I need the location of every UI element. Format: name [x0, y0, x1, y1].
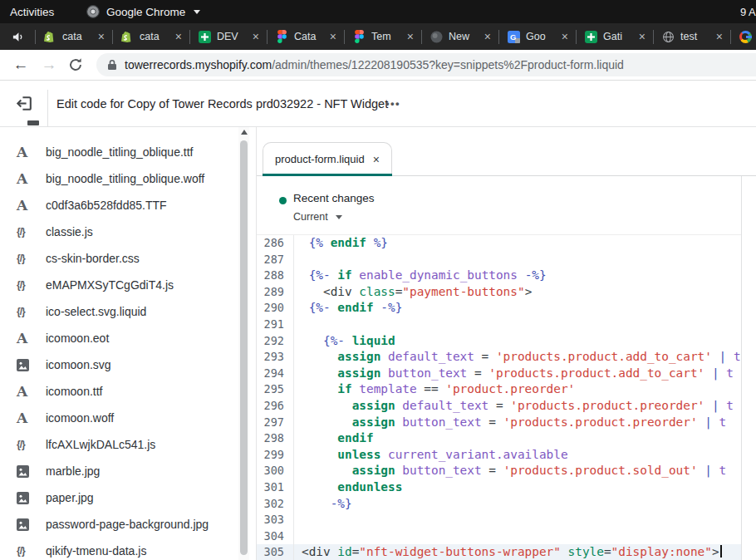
tab-close-icon[interactable]: × [253, 31, 259, 42]
file-item[interactable]: {/}qikify-tmenu-data.js [0, 538, 239, 560]
code-line[interactable]: 289 <div class="payment-buttons"> [257, 284, 741, 301]
browser-tab[interactable]: cata× [36, 23, 112, 50]
browser-tab[interactable]: Cata× [268, 23, 344, 50]
audio-indicator-tab[interactable] [0, 23, 35, 50]
image-file-icon [17, 359, 38, 371]
code-line[interactable]: 287 [257, 252, 741, 268]
code-line[interactable]: 294 assign button_text = 'products.produ… [257, 366, 741, 382]
version-label: Current [293, 211, 328, 223]
code-line[interactable]: 302 -%} [257, 496, 741, 513]
browser-tab[interactable]: test× [654, 23, 730, 50]
code-line[interactable]: 300 assign button_text = 'products.produ… [257, 463, 741, 479]
version-dropdown[interactable]: Current [293, 211, 342, 223]
exit-code-editor-button[interactable] [15, 94, 35, 114]
tab-close-icon[interactable]: × [330, 31, 336, 42]
code-line[interactable]: 304 [257, 528, 741, 545]
file-item[interactable]: Aicomoon.ttf [0, 378, 239, 405]
line-text: unless current_variant.available [293, 447, 741, 464]
scrollbar-thumb[interactable] [240, 140, 248, 555]
tab-close-icon[interactable]: × [175, 31, 182, 42]
file-name: icomoon.ttf [46, 385, 102, 398]
url-host: towerrecords.myshopify.com [125, 58, 272, 71]
code-line[interactable]: 296 assign default_text = 'products.prod… [257, 398, 741, 415]
code-line[interactable]: 286 {% endif %} [257, 235, 741, 252]
editor-file-tab[interactable]: product-form.liquid × [263, 142, 392, 175]
address-bar[interactable]: towerrecords.myshopify.com/admin/themes/… [96, 53, 756, 76]
code-line[interactable]: 305<div id="nft-widget-buttons-wrapper" … [257, 544, 741, 560]
more-actions-button[interactable]: ••• [385, 81, 400, 126]
chrome-logo-icon [86, 5, 100, 18]
browser-tab[interactable]: Gati× [577, 23, 653, 50]
file-name: marble.jpg [46, 464, 100, 478]
dropdown-caret-icon [336, 215, 342, 219]
file-item[interactable]: paper.jpg [0, 484, 239, 511]
code-area[interactable]: 286 {% endif %}287288 {%- if enable_dyna… [257, 235, 741, 560]
lock-icon[interactable] [107, 59, 117, 71]
tab-close-icon[interactable]: × [562, 31, 568, 42]
browser-tab[interactable]: DEV× [190, 23, 267, 50]
font-file-icon: A [17, 411, 38, 425]
file-item[interactable]: icomoon.svg [0, 351, 239, 378]
browser-tab[interactable]: cata× [113, 23, 189, 50]
system-clock[interactable]: 9 A [740, 6, 756, 18]
file-item[interactable]: marble.jpg [0, 458, 239, 484]
file-item[interactable]: Aicomoon.eot [0, 325, 239, 351]
browser-tab[interactable]: GGoo× [499, 23, 576, 50]
page-title: Edit code for Copy of Tower Records prd0… [56, 81, 388, 126]
sidebar-scrollbar[interactable] [238, 127, 249, 560]
file-item[interactable]: {/}ico-select.svg.liquid [0, 298, 239, 325]
code-line[interactable]: 293 assign default_text = 'products.prod… [257, 349, 741, 366]
code-line[interactable]: 295 if template == 'product.preorder' [257, 381, 741, 398]
line-number: 291 [257, 317, 293, 333]
line-text [293, 252, 741, 268]
translate-icon: G [507, 30, 520, 43]
browser-tab[interactable] [731, 23, 756, 50]
file-item[interactable]: {/}eMAPMXSyTCgGdiT4.js [0, 272, 239, 298]
image-file-icon [17, 492, 38, 504]
code-line[interactable]: 291 [257, 317, 741, 333]
tab-title: test [680, 31, 710, 42]
forward-button[interactable]: → [38, 54, 60, 76]
tab-close-icon[interactable]: × [639, 31, 646, 42]
browser-tab[interactable]: New× [422, 23, 498, 50]
code-line[interactable]: 290 {%- endif -%} [257, 300, 741, 317]
editor-tab-close-button[interactable]: × [373, 153, 380, 166]
reload-button[interactable] [68, 57, 83, 76]
shopify-icon [120, 30, 134, 43]
code-line[interactable]: 288 {%- if enable_dynamic_buttons -%} [257, 268, 741, 284]
app-menu-button[interactable]: Google Chrome [86, 5, 200, 18]
browser-tab-strip: cata×cata×DEV×Cata×Tem×New×GGoo×Gati×tes… [0, 23, 756, 50]
line-text: {%- endif -%} [293, 300, 741, 317]
file-item[interactable]: password-page-background.jpg [0, 511, 239, 538]
back-button[interactable]: ← [10, 54, 32, 76]
editor-tab-bar: product-form.liquid × [257, 127, 756, 176]
browser-tab[interactable]: Tem× [345, 23, 421, 50]
code-line[interactable]: 298 endif [257, 430, 741, 447]
page-header: Edit code for Copy of Tower Records prd0… [0, 81, 756, 127]
line-number: 304 [257, 528, 293, 545]
code-line[interactable]: 303 [257, 512, 741, 528]
code-file-icon: {/} [17, 439, 38, 450]
font-file-icon: A [17, 145, 38, 160]
scroll-up-arrow-icon[interactable] [241, 130, 248, 135]
activities-button[interactable]: Activities [10, 6, 54, 18]
file-item[interactable]: Abig_noodle_titling_oblique.woff [0, 165, 239, 192]
image-file-icon [17, 518, 38, 531]
file-item[interactable]: {/}cs-skin-border.css [0, 245, 239, 272]
tab-close-icon[interactable]: × [407, 31, 414, 42]
recent-changes-panel: Recent changes Current [257, 176, 741, 235]
file-item[interactable]: Ac0df3a6b528fdd85.TTF [0, 192, 239, 219]
code-line[interactable]: 292 {%- liquid [257, 333, 741, 350]
tab-close-icon[interactable]: × [716, 31, 723, 42]
code-line[interactable]: 297 assign button_text = 'products.produ… [257, 415, 741, 431]
code-file-icon: {/} [17, 306, 38, 317]
tab-close-icon[interactable]: × [484, 31, 491, 42]
file-item[interactable]: {/}classie.js [0, 219, 239, 245]
tab-close-icon[interactable]: × [98, 31, 105, 42]
file-item[interactable]: {/}lfcAXLwjkDALc541.js [0, 431, 239, 458]
code-line[interactable]: 299 unless current_variant.available [257, 447, 741, 464]
file-item[interactable]: Abig_noodle_titling_oblique.ttf [0, 139, 239, 165]
line-text: {%- if enable_dynamic_buttons -%} [293, 268, 741, 284]
code-line[interactable]: 301 endunless [257, 479, 741, 496]
file-item[interactable]: Aicomoon.woff [0, 405, 239, 431]
